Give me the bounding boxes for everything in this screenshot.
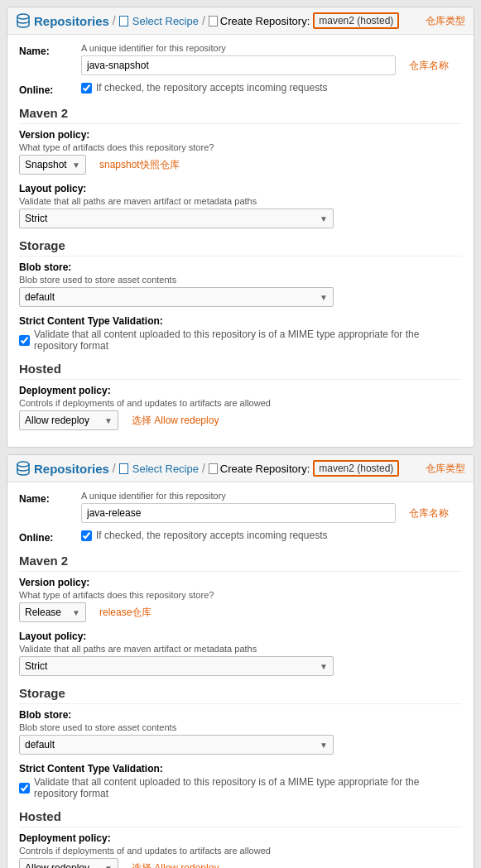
name-input-2[interactable] xyxy=(81,503,396,523)
breadcrumb-step2-2: Create Repository: xyxy=(209,463,310,475)
deployment-policy-select-wrapper-1: Allow redeploy Disable redeploy Read-onl… xyxy=(19,410,118,430)
name-field-row-1: Name: A unique identifier for this repos… xyxy=(19,43,462,75)
name-annotation-1: 仓库名称 xyxy=(409,59,449,73)
version-policy-label-1: Version policy: xyxy=(19,129,462,141)
deployment-policy-help-1: Controls if deployments of and updates t… xyxy=(19,398,462,408)
deployment-policy-section-1: Deployment policy: Controls if deploymen… xyxy=(19,385,462,430)
online-label-1: Online: xyxy=(19,82,73,96)
online-field-row-1: Online: If checked, the repository accep… xyxy=(19,82,462,96)
breadcrumb-current-2: maven2 (hosted) xyxy=(313,460,399,477)
online-field-content-2: If checked, the repository accepts incom… xyxy=(81,530,462,541)
online-field-row-2: Online: If checked, the repository accep… xyxy=(19,530,462,544)
version-policy-help-2: What type of artifacts does this reposit… xyxy=(19,590,462,600)
strict-content-label-1: Strict Content Type Validation: xyxy=(19,315,462,327)
maven2-title-1: Maven 2 xyxy=(19,106,462,124)
blob-store-section-2: Blob store: Blob store used to store ass… xyxy=(19,709,462,755)
name-field-content-1: A unique identifier for this repository … xyxy=(81,43,462,75)
strict-content-section-2: Strict Content Type Validation: Validate… xyxy=(19,763,462,799)
svg-point-1 xyxy=(17,462,29,467)
blob-store-select-1[interactable]: default xyxy=(19,287,334,307)
blob-store-select-wrapper-1: default ▼ xyxy=(19,287,334,307)
database-icon xyxy=(16,13,31,28)
name-field-content-2: A unique identifier for this repository … xyxy=(81,491,462,523)
storage-title-2: Storage xyxy=(19,686,462,704)
name-label-2: Name: xyxy=(19,491,73,505)
form-body-2: Name: A unique identifier for this repos… xyxy=(7,482,474,868)
blob-store-help-2: Blob store used to store asset contents xyxy=(19,722,462,732)
strict-content-checkbox-1[interactable] xyxy=(19,335,30,346)
name-annotation-2: 仓库名称 xyxy=(409,506,449,520)
deployment-annotation-1: 选择 Allow redeploy xyxy=(132,414,219,428)
deployment-policy-label-2: Deployment policy: xyxy=(19,832,462,844)
deployment-policy-section-2: Deployment policy: Controls if deploymen… xyxy=(19,832,462,868)
strict-content-label-2: Strict Content Type Validation: xyxy=(19,763,462,774)
blob-store-select-2[interactable]: default xyxy=(19,735,334,755)
online-field-content-1: If checked, the repository accepts incom… xyxy=(81,82,462,94)
layout-policy-section-1: Layout policy: Validate that all paths a… xyxy=(19,183,462,228)
layout-policy-select-wrapper-1: Strict Permissive ▼ xyxy=(19,209,334,228)
panel-release: Repositories / Select Recipe / Create Re… xyxy=(7,454,474,868)
version-policy-select-1[interactable]: Snapshot Release Mixed xyxy=(19,155,86,175)
online-help-1: If checked, the repository accepts incom… xyxy=(96,82,327,94)
deployment-policy-select-2[interactable]: Allow redeploy Disable redeploy Read-onl… xyxy=(19,858,118,868)
name-help-1: A unique identifier for this repository xyxy=(81,43,462,53)
layout-policy-select-2[interactable]: Strict Permissive xyxy=(19,656,334,676)
version-policy-select-wrapper-1: Snapshot Release Mixed ▼ xyxy=(19,155,86,175)
online-checkbox-2[interactable] xyxy=(81,530,92,541)
name-help-2: A unique identifier for this repository xyxy=(81,491,462,501)
version-policy-help-1: What type of artifacts does this reposit… xyxy=(19,142,462,152)
strict-content-help-2: Validate that all content uploaded to th… xyxy=(34,776,462,799)
name-input-1[interactable] xyxy=(81,55,396,75)
deployment-policy-select-wrapper-2: Allow redeploy Disable redeploy Read-onl… xyxy=(19,858,118,868)
doc-icon-3 xyxy=(119,463,128,474)
doc-icon-1 xyxy=(119,16,128,26)
layout-policy-section-2: Layout policy: Validate that all paths a… xyxy=(19,631,462,676)
maven2-title-2: Maven 2 xyxy=(19,554,462,572)
annotation-type-1: 仓库类型 xyxy=(426,14,465,28)
layout-policy-select-wrapper-2: Strict Permissive ▼ xyxy=(19,656,334,676)
panel-snapshot: Repositories / Select Recipe / Create Re… xyxy=(7,7,474,448)
blob-store-label-2: Blob store: xyxy=(19,709,462,721)
layout-policy-help-1: Validate that all paths are maven artifa… xyxy=(19,196,462,206)
online-help-2: If checked, the repository accepts incom… xyxy=(96,530,327,541)
name-field-row-2: Name: A unique identifier for this repos… xyxy=(19,491,462,523)
version-policy-select-2[interactable]: Snapshot Release Mixed xyxy=(19,602,86,622)
deployment-policy-help-2: Controls if deployments of and updates t… xyxy=(19,846,462,856)
name-label-1: Name: xyxy=(19,43,73,57)
deployment-policy-label-1: Deployment policy: xyxy=(19,385,462,396)
online-checkbox-1[interactable] xyxy=(81,83,92,94)
version-policy-section-1: Version policy: What type of artifacts d… xyxy=(19,129,462,175)
layout-policy-help-2: Validate that all paths are maven artifa… xyxy=(19,644,462,654)
layout-policy-label-2: Layout policy: xyxy=(19,631,462,642)
strict-content-help-1: Validate that all content uploaded to th… xyxy=(34,328,462,352)
breadcrumb-step1-2[interactable]: Select Recipe xyxy=(119,463,199,475)
version-policy-section-2: Version policy: What type of artifacts d… xyxy=(19,577,462,622)
doc-icon-2 xyxy=(209,16,218,26)
blob-store-select-wrapper-2: default ▼ xyxy=(19,735,334,755)
storage-title-1: Storage xyxy=(19,238,462,257)
hosted-title-2: Hosted xyxy=(19,809,462,827)
blob-store-label-1: Blob store: xyxy=(19,261,462,273)
breadcrumb-title-1: Repositories xyxy=(34,14,109,28)
breadcrumb-sep-4: / xyxy=(202,462,205,475)
annotation-type-2: 仓库类型 xyxy=(426,462,465,476)
online-label-2: Online: xyxy=(19,530,73,544)
deployment-annotation-2: 选择 Allow redeploy xyxy=(132,861,219,869)
layout-policy-select-1[interactable]: Strict Permissive xyxy=(19,209,334,228)
hosted-title-1: Hosted xyxy=(19,362,462,380)
layout-policy-label-1: Layout policy: xyxy=(19,183,462,194)
breadcrumb-bar-2: Repositories / Select Recipe / Create Re… xyxy=(7,455,474,482)
strict-content-checkbox-2[interactable] xyxy=(19,783,30,794)
strict-content-section-1: Strict Content Type Validation: Validate… xyxy=(19,315,462,352)
deployment-policy-select-1[interactable]: Allow redeploy Disable redeploy Read-onl… xyxy=(19,410,118,430)
breadcrumb-sep-3: / xyxy=(113,462,116,475)
breadcrumb-step1-1[interactable]: Select Recipe xyxy=(119,15,199,27)
breadcrumb-current-1: maven2 (hosted) xyxy=(313,12,399,29)
breadcrumb-title-2: Repositories xyxy=(34,462,109,476)
breadcrumb-sep-1: / xyxy=(113,14,116,27)
breadcrumb-sep-2: / xyxy=(202,14,205,27)
form-body-1: Name: A unique identifier for this repos… xyxy=(7,35,474,447)
database-icon-2 xyxy=(16,461,31,476)
breadcrumb-bar-1: Repositories / Select Recipe / Create Re… xyxy=(7,7,474,35)
doc-icon-4 xyxy=(209,463,218,474)
